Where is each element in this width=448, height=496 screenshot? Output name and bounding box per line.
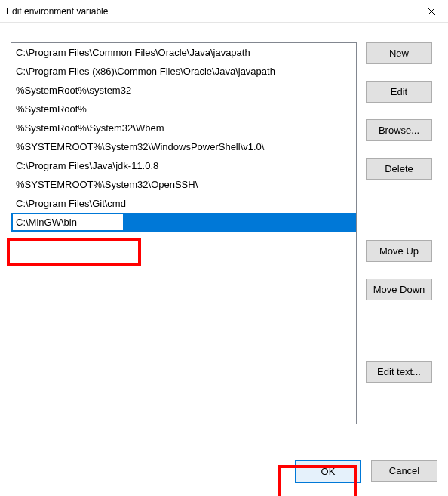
list-item[interactable]: C:\Program Files\Git\cmd [11, 194, 356, 213]
close-button[interactable] [414, 0, 448, 23]
edit-text-button[interactable]: Edit text... [366, 361, 432, 383]
edit-button[interactable]: Edit [366, 81, 432, 103]
list-item[interactable]: %SYSTEMROOT%\System32\OpenSSH\ [11, 175, 356, 194]
ok-button[interactable]: OK [295, 460, 361, 483]
list-item[interactable]: C:\Program Files (x86)\Common Files\Orac… [11, 62, 356, 81]
list-item[interactable]: %SystemRoot%\System32\Wbem [11, 119, 356, 137]
close-icon [428, 8, 435, 15]
list-item[interactable]: %SYSTEMROOT%\System32\WindowsPowerShell\… [11, 137, 356, 156]
new-button[interactable]: New [366, 42, 432, 64]
list-item-editing[interactable] [11, 213, 356, 232]
path-listbox[interactable]: C:\Program Files\Common Files\Oracle\Jav… [11, 42, 357, 424]
list-item[interactable]: %SystemRoot% [11, 100, 356, 119]
path-edit-input[interactable] [12, 214, 124, 231]
window-title: Edit environment variable [6, 6, 108, 17]
list-item[interactable]: C:\Program Files\Java\jdk-11.0.8 [11, 156, 356, 175]
list-item[interactable]: C:\Program Files\Common Files\Oracle\Jav… [11, 43, 356, 62]
side-button-column: New Edit Browse... Delete Move Up Move D… [366, 42, 432, 424]
titlebar: Edit environment variable [0, 0, 448, 23]
dialog-bottom-buttons: OK Cancel [295, 460, 437, 483]
browse-button[interactable]: Browse... [366, 119, 432, 141]
cancel-button[interactable]: Cancel [371, 460, 437, 482]
dialog-content: C:\Program Files\Common Files\Oracle\Jav… [0, 23, 448, 496]
move-down-button[interactable]: Move Down [366, 279, 432, 300]
delete-button[interactable]: Delete [366, 158, 432, 180]
list-item[interactable]: %SystemRoot%\system32 [11, 81, 356, 100]
move-up-button[interactable]: Move Up [366, 240, 432, 262]
